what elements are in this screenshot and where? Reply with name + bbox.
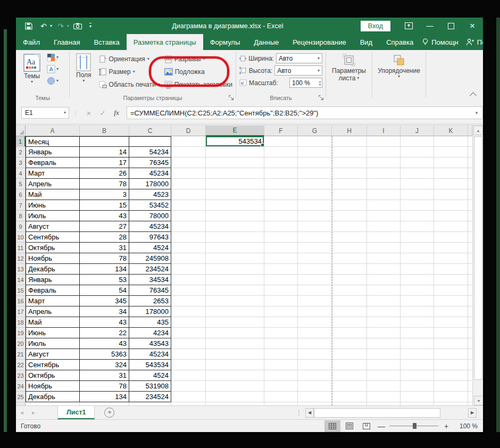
- tab-Вставка[interactable]: Вставка: [87, 34, 126, 50]
- cell-J5[interactable]: [401, 179, 434, 189]
- cell-B15[interactable]: 54: [80, 285, 129, 296]
- cell-H6[interactable]: [332, 189, 367, 200]
- cell-I22[interactable]: [367, 360, 401, 370]
- cell-K6[interactable]: [434, 189, 468, 200]
- cell-C4[interactable]: 45234: [129, 168, 171, 179]
- cell-I20[interactable]: [367, 338, 401, 349]
- cell-B21[interactable]: 5363: [80, 349, 129, 360]
- cell-F21[interactable]: [264, 349, 298, 360]
- cell-G17[interactable]: [298, 306, 332, 317]
- cell-I1[interactable]: [367, 136, 401, 147]
- cell-G3[interactable]: [298, 157, 332, 168]
- cell-K3[interactable]: [434, 157, 468, 168]
- ribbon-display-options-icon[interactable]: [398, 18, 419, 34]
- zoom-out-icon[interactable]: —: [376, 422, 387, 430]
- cell-J3[interactable]: [401, 157, 434, 168]
- theme-colors-button[interactable]: ▾: [47, 52, 59, 63]
- column-header-E[interactable]: E: [206, 126, 264, 136]
- cell-J4[interactable]: [401, 168, 434, 179]
- cell-B8[interactable]: 43: [80, 211, 129, 221]
- sheet-nav-right-icon[interactable]: ▸: [28, 406, 39, 419]
- cell-H23[interactable]: [332, 370, 367, 381]
- column-header-G[interactable]: G: [298, 126, 332, 136]
- cell-D2[interactable]: [171, 147, 206, 157]
- page-setup-dialog-launcher-icon[interactable]: [228, 95, 235, 101]
- row-header-23[interactable]: 23: [16, 370, 26, 381]
- cell-F12[interactable]: [264, 253, 298, 264]
- cell-D5[interactable]: [171, 179, 206, 189]
- horizontal-scrollbar-track[interactable]: [440, 408, 468, 418]
- cell-F13[interactable]: [264, 264, 298, 275]
- cell-A11[interactable]: Октябрь: [26, 243, 80, 253]
- cell-I8[interactable]: [367, 211, 401, 221]
- vertical-scrollbar-thumb[interactable]: [474, 136, 482, 380]
- cell-F6[interactable]: [264, 189, 298, 200]
- cell-E16[interactable]: [206, 296, 264, 306]
- cell-J13[interactable]: [401, 264, 434, 275]
- cell-I25[interactable]: [367, 392, 401, 402]
- cell-D8[interactable]: [171, 211, 206, 221]
- cell-J23[interactable]: [401, 370, 434, 381]
- cell-G18[interactable]: [298, 317, 332, 328]
- row-header-22[interactable]: 22: [16, 360, 26, 370]
- cell-C23[interactable]: 4524: [129, 370, 171, 381]
- column-header-B[interactable]: B: [80, 126, 129, 136]
- cell-A5[interactable]: Апрель: [26, 179, 80, 189]
- row-header-2[interactable]: 2: [16, 147, 26, 157]
- fit-dialog-launcher-icon[interactable]: [318, 95, 324, 101]
- cell-G5[interactable]: [298, 179, 332, 189]
- page-layout-view-icon[interactable]: [341, 420, 357, 432]
- cell-E15[interactable]: [206, 285, 264, 296]
- row-header-24[interactable]: 24: [16, 381, 26, 392]
- scroll-down-icon[interactable]: ▼: [474, 396, 483, 405]
- cell-G13[interactable]: [298, 264, 332, 275]
- sign-in-button[interactable]: Вход: [361, 21, 390, 31]
- column-header-K[interactable]: K: [434, 126, 468, 136]
- cell-K5[interactable]: [434, 179, 468, 189]
- cell-K14[interactable]: [434, 275, 468, 285]
- cell-J14[interactable]: [401, 275, 434, 285]
- cell-G14[interactable]: [298, 275, 332, 285]
- cell-D13[interactable]: [171, 264, 206, 275]
- cell-A1[interactable]: Месяц: [26, 136, 80, 147]
- cell-E25[interactable]: [206, 392, 264, 402]
- cell-C5[interactable]: 178000: [129, 179, 171, 189]
- name-box[interactable]: E1 ▾: [21, 107, 69, 119]
- tab-Файл[interactable]: Файл: [16, 34, 47, 50]
- column-header-C[interactable]: C: [129, 126, 171, 136]
- cell-J8[interactable]: [401, 211, 434, 221]
- cell-E12[interactable]: [206, 253, 264, 264]
- height-select[interactable]: Авто▾: [274, 65, 322, 76]
- cell-I21[interactable]: [367, 349, 401, 360]
- cell-I24[interactable]: [367, 381, 401, 392]
- collapse-ribbon-icon[interactable]: [470, 92, 477, 99]
- cell-A4[interactable]: Март: [26, 168, 80, 179]
- scroll-right-icon[interactable]: ▶: [468, 408, 477, 418]
- cell-A20[interactable]: Июль: [26, 338, 80, 349]
- cell-C11[interactable]: 4524: [129, 243, 171, 253]
- cell-H1[interactable]: [332, 136, 367, 147]
- cell-D7[interactable]: [171, 200, 206, 211]
- cell-I5[interactable]: [367, 179, 401, 189]
- cell-H8[interactable]: [332, 211, 367, 221]
- column-header-A[interactable]: A: [26, 126, 80, 136]
- cell-I12[interactable]: [367, 253, 401, 264]
- cell-K2[interactable]: [434, 147, 468, 157]
- cell-H12[interactable]: [332, 253, 367, 264]
- cell-A10[interactable]: Сентябрь: [26, 232, 80, 243]
- cell-H4[interactable]: [332, 168, 367, 179]
- cell-C25[interactable]: 234524: [129, 392, 171, 402]
- cell-K23[interactable]: [434, 370, 468, 381]
- cell-K1[interactable]: [434, 136, 468, 147]
- cell-J15[interactable]: [401, 285, 434, 296]
- cell-A8[interactable]: Июль: [26, 211, 80, 221]
- cell-F10[interactable]: [264, 232, 298, 243]
- add-sheet-icon[interactable]: +: [104, 408, 114, 418]
- cell-F14[interactable]: [264, 275, 298, 285]
- cell-J21[interactable]: [401, 349, 434, 360]
- row-header-8[interactable]: 8: [16, 211, 26, 221]
- cancel-entry-icon[interactable]: ×: [82, 107, 96, 119]
- close-button[interactable]: ×: [462, 18, 483, 34]
- cell-G25[interactable]: [298, 392, 332, 402]
- cell-J6[interactable]: [401, 189, 434, 200]
